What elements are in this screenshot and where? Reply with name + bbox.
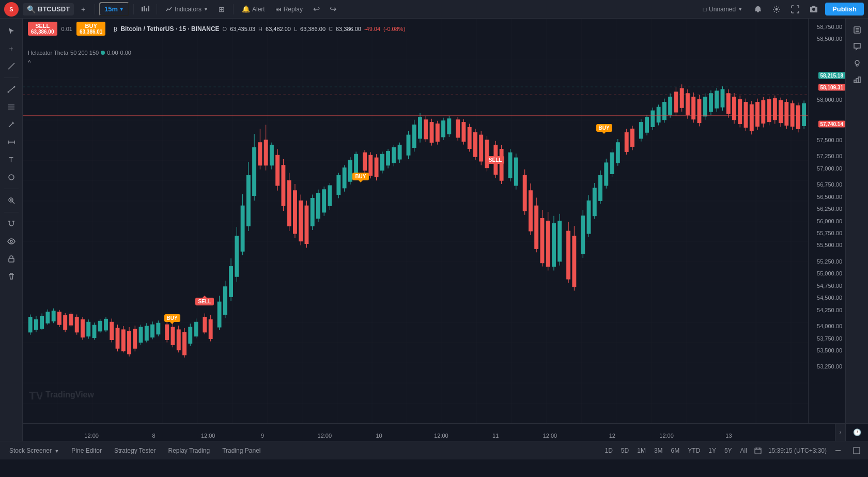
toolbar-divider-2 xyxy=(4,189,19,189)
notification-button[interactable] xyxy=(751,2,765,17)
brush-tool[interactable] xyxy=(3,116,20,133)
minimize-button[interactable] xyxy=(831,443,845,458)
price-axis-label: 57,500.00 xyxy=(817,137,845,143)
topbar: S 🔍 BTCUSDT + 15m ▼ Indicators ▼ ⊞ 🔔 Ale… xyxy=(0,0,868,19)
timezone-button[interactable]: 🕐 xyxy=(845,424,868,441)
text-tool[interactable]: T xyxy=(3,151,20,168)
price-axis-label: 54,500.00 xyxy=(817,295,845,301)
replay-icon: ⏮ xyxy=(275,6,282,13)
time-label: 12:00 xyxy=(318,433,332,439)
screenshot-button[interactable] xyxy=(807,2,821,17)
tf-6m[interactable]: 6M xyxy=(668,444,684,457)
ideas-button[interactable] xyxy=(850,56,864,70)
main-layout: + T xyxy=(0,19,868,441)
chart-type-button[interactable] xyxy=(138,2,152,17)
fibonacci-tool[interactable] xyxy=(3,99,20,115)
svg-point-17 xyxy=(10,240,12,242)
price-axis-label: 57,000.00 xyxy=(817,165,845,172)
trend-line-tool[interactable] xyxy=(3,81,20,98)
tf-1y[interactable]: 1Y xyxy=(705,444,720,457)
price-axis-label: 54,750.00 xyxy=(817,283,845,289)
calendar-button[interactable] xyxy=(752,444,764,457)
replay-trading-button[interactable]: Replay Trading xyxy=(163,445,215,456)
svg-point-4 xyxy=(776,8,778,10)
shape-tool[interactable] xyxy=(3,169,20,186)
topbar-right: □ Unnamed ▼ Publish xyxy=(699,2,864,17)
tf-all[interactable]: All xyxy=(737,444,751,457)
cursor-tool[interactable] xyxy=(3,23,20,39)
buy-badge: BUY 63,386.01 xyxy=(76,22,106,36)
add-symbol-button[interactable]: + xyxy=(76,2,90,17)
timeframe-group: 1D 5D 1M 3M 6M YTD 1Y 5Y All xyxy=(601,444,764,457)
tf-1d[interactable]: 1D xyxy=(601,444,616,457)
symbol-title: ₿ Bitcoin / TetherUS · 15 · BINANCE O 63… xyxy=(114,25,405,33)
time-label: 13 xyxy=(725,433,732,439)
divider-3 xyxy=(157,4,157,14)
expand-time-axis-button[interactable]: › xyxy=(835,424,845,441)
tf-1m[interactable]: 1M xyxy=(633,444,649,457)
toolbar-divider-3 xyxy=(4,212,19,212)
publish-button[interactable]: Publish xyxy=(825,3,864,16)
lock-tool[interactable] xyxy=(3,251,20,267)
zoom-tool[interactable] xyxy=(3,192,20,209)
svg-rect-287 xyxy=(858,77,860,83)
settings-button[interactable] xyxy=(769,2,784,17)
redo-button[interactable]: ↪ xyxy=(326,2,340,17)
save-icon: □ xyxy=(703,6,707,13)
tf-5d[interactable]: 5D xyxy=(617,444,632,457)
svg-rect-288 xyxy=(755,448,761,454)
price-axis-label: 54,250.00 xyxy=(817,307,845,313)
time-label: 10 xyxy=(376,433,382,439)
user-avatar[interactable]: S xyxy=(4,2,19,17)
svg-line-14 xyxy=(12,202,14,204)
time-label: 11 xyxy=(492,433,499,439)
search-icon: 🔍 xyxy=(27,5,36,13)
right-price-axis: 58,750.0058,500.0058,000.0057,500.0057,2… xyxy=(808,19,845,423)
watermark-text: TradingView xyxy=(45,388,107,403)
pine-editor-button[interactable]: Pine Editor xyxy=(66,445,107,456)
maximize-panel-button[interactable] xyxy=(849,443,864,458)
svg-point-284 xyxy=(855,60,859,65)
chevron-down-icon: ▼ xyxy=(54,449,59,454)
brokers-button[interactable] xyxy=(850,72,864,87)
delete-tool[interactable] xyxy=(3,268,20,285)
price-level-mid: 58,109.31 xyxy=(818,84,846,91)
save-button[interactable]: □ Unnamed ▼ xyxy=(699,4,747,15)
replay-button[interactable]: ⏮ Replay xyxy=(271,4,307,15)
symbol-selector[interactable]: 🔍 BTCUSDT xyxy=(23,3,74,16)
left-toolbar: + T xyxy=(0,19,23,441)
draw-tool[interactable] xyxy=(3,58,20,74)
magnet-tool[interactable] xyxy=(3,216,20,232)
svg-text:TV: TV xyxy=(29,389,42,402)
price-axis-label: 58,750.00 xyxy=(817,24,845,30)
price-axis-label: 55,750.00 xyxy=(817,230,845,236)
fullscreen-button[interactable] xyxy=(788,2,802,17)
tf-3m[interactable]: 3M xyxy=(650,444,667,457)
alert-button[interactable]: 🔔 Alert xyxy=(238,3,269,15)
watchlist-button[interactable] xyxy=(850,23,864,37)
toolbar-divider xyxy=(4,78,19,78)
crosshair-tool[interactable]: + xyxy=(3,40,20,57)
chart-area[interactable]: SELL 63,386.00 0.01 BUY 63,386.01 ₿ Bitc… xyxy=(23,19,808,423)
stock-screener-button[interactable]: Stock Screener ▼ xyxy=(4,445,64,456)
divider-4 xyxy=(233,4,234,14)
price-level-current: 57,740.14 xyxy=(818,120,846,127)
tf-ytd[interactable]: YTD xyxy=(684,444,704,457)
undo-button[interactable]: ↩ xyxy=(309,2,323,17)
trading-panel-button[interactable]: Trading Panel xyxy=(217,445,266,456)
price-axis-label: 55,250.00 xyxy=(817,258,845,265)
clock-display: 15:39:15 (UTC+3:30) xyxy=(768,447,827,454)
indicators-button[interactable]: Indicators ▼ xyxy=(161,4,212,15)
svg-rect-18 xyxy=(9,258,14,262)
timeframe-selector[interactable]: 15m ▼ xyxy=(99,2,129,16)
measure-tool[interactable] xyxy=(3,134,20,150)
tradingview-watermark: TV TradingView xyxy=(28,388,107,403)
price-axis-label: 53,750.00 xyxy=(817,335,845,342)
eye-tool[interactable] xyxy=(3,233,20,250)
chat-button[interactable] xyxy=(850,39,864,54)
templates-button[interactable]: ⊞ xyxy=(214,2,229,17)
strategy-tester-button[interactable]: Strategy Tester xyxy=(109,445,161,456)
time-label: 12:00 xyxy=(434,433,448,439)
time-label: 8 xyxy=(152,433,155,439)
tf-5y[interactable]: 5Y xyxy=(721,444,736,457)
